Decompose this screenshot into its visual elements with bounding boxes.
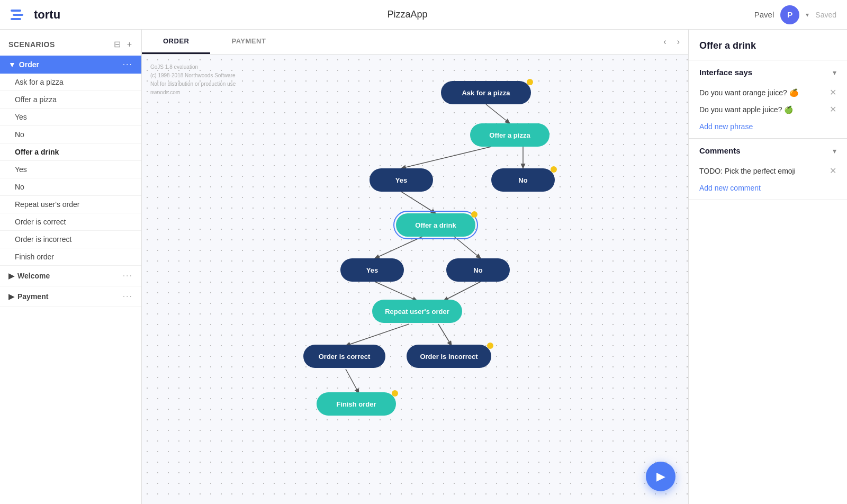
avatar[interactable]: P xyxy=(780,5,799,24)
watermark: GoJS 1.8 evaluation (c) 1998-2018 Northw… xyxy=(150,63,236,97)
play-button[interactable]: ▶ xyxy=(646,462,675,491)
sidebar-header: Scenarios ⊟ + xyxy=(0,30,141,56)
watermark-line3: Not for distribution or production use xyxy=(150,80,236,88)
node-badge xyxy=(392,390,398,397)
scenario-group-welcome-menu[interactable]: ··· xyxy=(123,271,133,281)
phrase-item-1: Do you want apple juice? 🍏 ✕ xyxy=(689,101,847,118)
chevron-right-icon: ▶ xyxy=(8,292,14,301)
comments-title: Comments xyxy=(699,146,741,155)
scenario-item-no-2[interactable]: No xyxy=(0,178,141,196)
add-comment-button[interactable]: Add new comment xyxy=(689,179,847,200)
scenario-group-payment-menu[interactable]: ··· xyxy=(123,292,133,301)
app-title: PizzaApp xyxy=(387,9,427,20)
phrase-text-0: Do you want orange juice? 🍊 xyxy=(699,88,830,97)
phrase-text-1: Do you want apple juice? 🍏 xyxy=(699,105,830,114)
scenario-item-offer-pizza[interactable]: Offer a pizza xyxy=(0,91,141,109)
node-yes-2[interactable]: Yes xyxy=(340,258,404,282)
scenario-group-welcome[interactable]: ▶ Welcome ··· xyxy=(0,266,141,286)
svg-rect-2 xyxy=(11,18,21,20)
scenario-item-order-incorrect[interactable]: Order is incorrect xyxy=(0,231,141,248)
panel-title: Offer a drink xyxy=(689,30,847,60)
right-panel: Offer a drink Interface says ▾ Do you wa… xyxy=(688,30,847,504)
watermark-line2: (c) 1998-2018 Northwoods Software xyxy=(150,71,236,80)
scenario-group-payment[interactable]: ▶ Payment ··· xyxy=(0,286,141,307)
node-badge xyxy=(471,211,477,218)
node-repeat-order[interactable]: Repeat user's order xyxy=(372,300,462,323)
node-badge xyxy=(487,343,493,349)
scenario-item-offer-drink[interactable]: Offer a drink xyxy=(0,143,141,161)
sidebar-title: Scenarios xyxy=(8,40,55,49)
phrase-close-0[interactable]: ✕ xyxy=(830,88,836,97)
node-badge xyxy=(551,166,557,173)
node-no-1[interactable]: No xyxy=(491,168,555,192)
sidebar: Scenarios ⊟ + ▼ Order ··· Ask for a pizz… xyxy=(0,30,142,504)
watermark-line1: GoJS 1.8 evaluation xyxy=(150,63,236,71)
phrase-item-0: Do you want orange juice? 🍊 ✕ xyxy=(689,84,847,101)
scenario-group-order-header[interactable]: ▼ Order ··· xyxy=(0,56,141,74)
scenario-group-order: ▼ Order ··· Ask for a pizza Offer a pizz… xyxy=(0,56,141,266)
node-offer-pizza[interactable]: Offer a pizza xyxy=(470,123,549,147)
node-badge xyxy=(527,79,533,85)
sidebar-add-button[interactable]: + xyxy=(126,38,133,50)
main-layout: Scenarios ⊟ + ▼ Order ··· Ask for a pizz… xyxy=(0,30,847,504)
scenario-item-ask-pizza[interactable]: Ask for a pizza xyxy=(0,74,141,91)
scenario-item-finish-order[interactable]: Finish order xyxy=(0,248,141,266)
scenario-item-no-1[interactable]: No xyxy=(0,126,141,143)
node-yes-1[interactable]: Yes xyxy=(370,168,433,192)
scenario-group-welcome-label: ▶ Welcome xyxy=(8,272,50,280)
tab-nav-next[interactable]: › xyxy=(673,35,684,49)
comments-chevron: ▾ xyxy=(833,147,836,155)
chevron-down-icon: ▼ xyxy=(8,60,16,69)
tab-nav: ‹ › xyxy=(659,35,688,49)
tab-order[interactable]: ORDER xyxy=(142,30,210,54)
node-order-correct[interactable]: Order is correct xyxy=(303,345,385,368)
tabs: ORDER PAYMENT ‹ › xyxy=(142,30,688,55)
interface-says-title: Interface says xyxy=(699,68,752,77)
comment-close-0[interactable]: ✕ xyxy=(830,167,836,175)
scenario-group-order-label: ▼ Order xyxy=(8,60,39,69)
node-offer-drink[interactable]: Offer a drink xyxy=(396,213,475,237)
node-no-2[interactable]: No xyxy=(446,258,510,282)
interface-says-section: Interface says ▾ Do you want orange juic… xyxy=(689,60,847,139)
phrase-close-1[interactable]: ✕ xyxy=(830,105,836,114)
scenario-group-payment-label: ▶ Payment xyxy=(8,292,48,301)
app-header: tortu PizzaApp Pavel P ▾ Saved xyxy=(0,0,847,30)
chevron-down-icon[interactable]: ▾ xyxy=(806,11,809,19)
node-order-incorrect[interactable]: Order is incorrect xyxy=(407,345,491,368)
scenario-item-repeat-order[interactable]: Repeat user's order xyxy=(0,196,141,213)
user-name: Pavel xyxy=(754,10,774,19)
sidebar-collapse-button[interactable]: ⊟ xyxy=(113,38,122,50)
node-finish-order[interactable]: Finish order xyxy=(317,392,396,416)
logo: tortu xyxy=(11,7,60,22)
header-right: Pavel P ▾ Saved xyxy=(754,5,836,24)
svg-rect-0 xyxy=(11,10,21,12)
scenario-item-yes-1[interactable]: Yes xyxy=(0,109,141,126)
canvas-area: ORDER PAYMENT ‹ › GoJS 1.8 evaluation (c… xyxy=(142,30,688,504)
watermark-line4: nwoods.com xyxy=(150,88,236,97)
chevron-right-icon: ▶ xyxy=(8,272,14,280)
interface-says-chevron: ▾ xyxy=(833,68,836,77)
svg-rect-1 xyxy=(13,14,23,16)
node-ask-pizza[interactable]: Ask for a pizza xyxy=(441,81,531,104)
scenario-group-order-menu[interactable]: ··· xyxy=(123,60,133,69)
logo-icon xyxy=(11,7,30,22)
comments-section: Comments ▾ TODO: Pick the perfect emoji … xyxy=(689,139,847,200)
scenario-item-yes-2[interactable]: Yes xyxy=(0,161,141,178)
interface-says-header[interactable]: Interface says ▾ xyxy=(689,60,847,84)
comments-header[interactable]: Comments ▾ xyxy=(689,139,847,163)
tab-payment[interactable]: PAYMENT xyxy=(210,30,287,54)
add-phrase-button[interactable]: Add new phrase xyxy=(689,118,847,138)
tab-nav-prev[interactable]: ‹ xyxy=(659,35,670,49)
saved-status: Saved xyxy=(815,11,836,19)
sidebar-actions: ⊟ + xyxy=(113,38,133,50)
flowchart-canvas[interactable]: GoJS 1.8 evaluation (c) 1998-2018 Northw… xyxy=(142,55,688,504)
scenario-item-order-correct[interactable]: Order is correct xyxy=(0,213,141,231)
comment-text-0: TODO: Pick the perfect emoji xyxy=(699,167,830,175)
logo-text: tortu xyxy=(34,8,60,22)
canvas-background xyxy=(142,55,688,504)
comment-item-0: TODO: Pick the perfect emoji ✕ xyxy=(689,163,847,179)
